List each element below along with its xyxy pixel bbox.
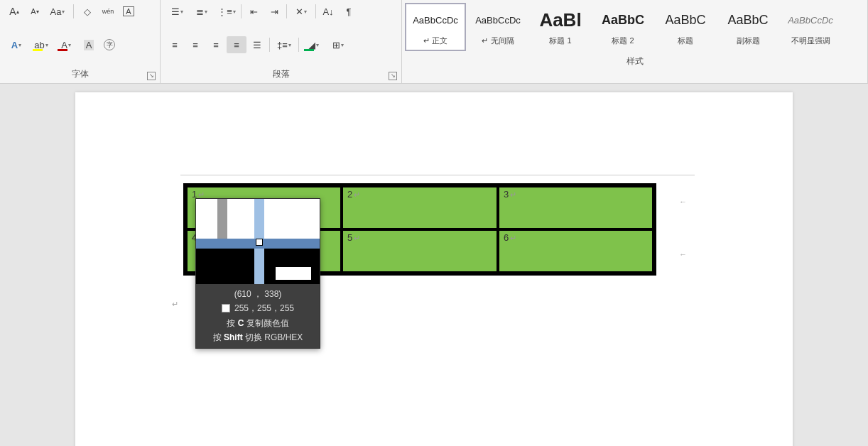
row-end-mark: ← xyxy=(679,197,687,206)
ribbon-group-styles: AaBbCcDc ↵ 正文 AaBbCcDc ↵ 无间隔 AaBl 标题 1 A… xyxy=(402,0,868,83)
decrease-font-btn[interactable]: A▾ xyxy=(25,3,45,20)
pilcrow-icon: ¶ xyxy=(347,6,352,17)
color-picker-magnifier: (610 ， 338) 255，255，255 按 C 复制颜色值 按 Shif… xyxy=(195,198,320,349)
bullets-icon: ☰ xyxy=(171,6,180,17)
multilevel-icon: ⋮≡ xyxy=(217,6,232,17)
ruler-guide xyxy=(180,175,695,175)
char-border-btn[interactable]: A xyxy=(119,3,139,20)
distribute-icon: ☰ xyxy=(253,40,261,50)
paragraph-group-label: 段落 ↘ xyxy=(161,67,401,83)
shading-btn[interactable]: ◢▾ xyxy=(301,36,325,53)
table-cell[interactable]: 3↵ xyxy=(498,185,654,229)
document-area: 1↵ 2↵ 3↵ 4↵ 5↵ 6↵ ← ← ↵ (61 xyxy=(0,84,868,446)
magnifier-hint-copy: 按 C 复制颜色值 xyxy=(200,316,315,330)
table-cell[interactable]: 6↵ xyxy=(498,229,654,273)
style-heading1[interactable]: AaBl 标题 1 xyxy=(530,3,591,51)
font-dialog-launcher[interactable]: ↘ xyxy=(147,72,156,80)
font-group-label: 字体 ↘ xyxy=(0,67,160,83)
highlight-btn[interactable]: ab▾ xyxy=(29,36,53,53)
style-label: ↵ 正文 xyxy=(423,36,447,46)
text-effects-btn[interactable]: A▾ xyxy=(4,36,28,53)
row-end-mark: ← xyxy=(679,250,687,259)
style-preview: AaBbCcDc xyxy=(413,9,458,33)
magnifier-viewport xyxy=(196,199,320,284)
decrease-indent-btn[interactable]: ⇤ xyxy=(244,3,264,20)
line-spacing-icon: ‡≡ xyxy=(277,40,288,50)
styles-gallery[interactable]: AaBbCcDc ↵ 正文 AaBbCcDc ↵ 无间隔 AaBl 标题 1 A… xyxy=(402,0,867,54)
borders-icon: ⊞ xyxy=(332,40,340,50)
asian-layout-btn[interactable]: ✕▾ xyxy=(289,3,313,20)
justify-icon: ≡ xyxy=(234,40,239,50)
para-end-mark: ↵ xyxy=(172,300,178,309)
magnifier-info: (610 ， 338) 255，255，255 按 C 复制颜色值 按 Shif… xyxy=(196,284,320,348)
style-subtle-emphasis[interactable]: AaBbCcDc 不明显强调 xyxy=(780,3,841,51)
style-title[interactable]: AaBbC 标题 xyxy=(655,3,716,51)
ribbon-group-font: A▴ A▾ Aa▾ ◇ wén A A▾ ab▾ A▾ A 字 字体 ↘ xyxy=(0,0,161,83)
show-marks-btn[interactable]: ¶ xyxy=(339,3,359,20)
multilevel-list-btn[interactable]: ⋮≡▾ xyxy=(215,3,239,20)
justify-btn[interactable]: ≡ xyxy=(227,36,246,53)
styles-group-label: 样式 xyxy=(402,54,867,70)
font-color-btn[interactable]: A▾ xyxy=(54,36,78,53)
align-right-icon: ≡ xyxy=(213,40,219,50)
style-subtitle[interactable]: AaBbC 副标题 xyxy=(717,3,779,51)
magnifier-rgb: 255，255，255 xyxy=(200,301,315,315)
magnifier-hint-toggle: 按 Shift 切换 RGB/HEX xyxy=(200,330,315,344)
align-center-btn[interactable]: ≡ xyxy=(185,36,205,53)
para-mark-icon: ↵ xyxy=(510,190,516,199)
phonetic-guide-btn[interactable]: wén xyxy=(98,3,118,20)
ribbon-group-paragraph: ☰▾ ≣▾ ⋮≡▾ ⇤ ⇥ ✕▾ A↓ ¶ ≡ ≡ ≡ ≡ ☰ ‡≡▾ xyxy=(161,0,402,83)
sort-btn[interactable]: A↓ xyxy=(318,3,338,20)
enclose-char-btn[interactable]: 字 xyxy=(99,36,119,53)
char-shading-btn[interactable]: A xyxy=(79,36,99,53)
align-left-icon: ≡ xyxy=(172,40,178,50)
line-spacing-btn[interactable]: ‡≡▾ xyxy=(272,36,296,53)
numbering-btn[interactable]: ≣▾ xyxy=(190,3,214,20)
align-right-btn[interactable]: ≡ xyxy=(206,36,226,53)
asian-icon: ✕ xyxy=(295,6,303,17)
style-normal[interactable]: AaBbCcDc ↵ 正文 xyxy=(405,3,466,51)
page[interactable]: 1↵ 2↵ 3↵ 4↵ 5↵ 6↵ ← ← ↵ (61 xyxy=(75,92,793,446)
increase-indent-btn[interactable]: ⇥ xyxy=(264,3,284,20)
magnifier-crosshair xyxy=(256,239,263,246)
paragraph-group-body: ☰▾ ≣▾ ⋮≡▾ ⇤ ⇥ ✕▾ A↓ ¶ ≡ ≡ ≡ ≡ ☰ ‡≡▾ xyxy=(161,0,401,67)
para-mark-icon: ↵ xyxy=(354,234,360,242)
style-heading2[interactable]: AaBbC 标题 2 xyxy=(592,3,653,51)
bullets-btn[interactable]: ☰▾ xyxy=(165,3,189,20)
numbering-icon: ≣ xyxy=(196,6,204,17)
table-cell[interactable]: 5↵ xyxy=(342,229,498,273)
align-left-btn[interactable]: ≡ xyxy=(165,36,185,53)
outdent-icon: ⇤ xyxy=(250,6,258,17)
clear-format-btn[interactable]: ◇ xyxy=(77,3,97,20)
distribute-btn[interactable]: ☰ xyxy=(247,36,267,53)
borders-btn[interactable]: ⊞▾ xyxy=(326,36,350,53)
eraser-icon: ◇ xyxy=(84,6,91,17)
magnifier-coords: (610 ， 338) xyxy=(200,287,315,301)
change-case-btn[interactable]: Aa▾ xyxy=(45,3,70,20)
increase-font-btn[interactable]: A▴ xyxy=(4,3,24,20)
ribbon: A▴ A▾ Aa▾ ◇ wén A A▾ ab▾ A▾ A 字 字体 ↘ xyxy=(0,0,868,84)
align-center-icon: ≡ xyxy=(192,40,198,50)
indent-icon: ⇥ xyxy=(271,6,278,17)
font-group-body: A▴ A▾ Aa▾ ◇ wén A A▾ ab▾ A▾ A 字 xyxy=(0,0,160,67)
para-mark-icon: ↵ xyxy=(354,190,360,199)
style-no-spacing[interactable]: AaBbCcDc ↵ 无间隔 xyxy=(467,3,528,51)
para-mark-icon: ↵ xyxy=(510,234,516,242)
paragraph-dialog-launcher[interactable]: ↘ xyxy=(389,72,397,80)
color-swatch xyxy=(222,304,230,312)
table-cell[interactable]: 2↵ xyxy=(342,185,498,229)
sort-icon: A↓ xyxy=(322,6,333,17)
